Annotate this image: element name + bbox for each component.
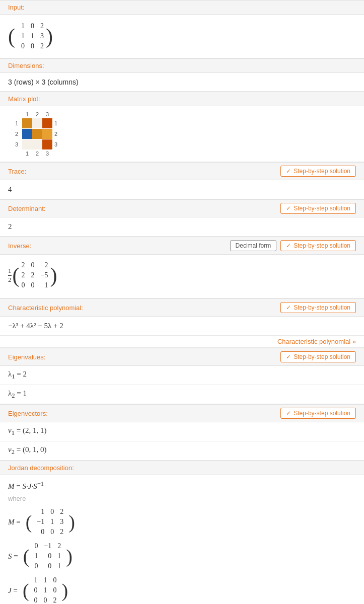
check-icon-det: ✓ — [286, 205, 291, 212]
trace-value: 4 — [8, 185, 12, 193]
trace-header: Trace: ✓ Step-by-step solution — [0, 162, 364, 180]
determinant-value: 2 — [8, 222, 12, 231]
char-poly-content: −λ³ + 4λ² − 5λ + 2 — [0, 317, 364, 336]
eigenvalues-step-btn[interactable]: ✓ Step-by-step solution — [280, 351, 356, 362]
inverse-matrix: ( 2 0 −2 2 2 −5 0 0 1 ) — [13, 261, 57, 290]
char-poly-header: Characteristic polynomial: ✓ Step-by-ste… — [0, 298, 364, 317]
eigenvalue-2: λ2 = 1 — [0, 385, 364, 404]
jordan-formula: M = S·J·S−1 — [8, 480, 356, 491]
trace-step-btn[interactable]: ✓ Step-by-step solution — [280, 166, 356, 177]
right-bracket: ) — [46, 26, 53, 47]
inverse-header: Inverse: Decimal form ✓ Step-by-step sol… — [0, 237, 364, 255]
check-icon-inv: ✓ — [286, 242, 291, 249]
determinant-step-btn[interactable]: ✓ Step-by-step solution — [280, 203, 356, 214]
plot-col-labels: 1 2 3 — [22, 111, 356, 117]
char-poly-step-btn[interactable]: ✓ Step-by-step solution — [280, 302, 356, 313]
plot-bottom-labels: 1 2 3 — [22, 150, 356, 157]
inverse-content: 1 2 ( 2 0 −2 2 2 −5 0 0 1 ) — [0, 255, 364, 298]
jordan-M: M = ( 1 0 2 −1 1 3 0 0 2 ) — [8, 507, 356, 537]
check-icon-ev: ✓ — [286, 353, 291, 360]
char-poly-link-area: Characteristic polynomial » — [0, 336, 364, 348]
eigenvectors-header: Eigenvectors: ✓ Step-by-step solution — [0, 404, 364, 422]
inverse-matrix-grid: 2 0 −2 2 2 −5 0 0 1 — [21, 261, 49, 290]
inverse-buttons: Decimal form ✓ Step-by-step solution — [230, 240, 356, 251]
eigenvalues-label: Eigenvalues: — [8, 353, 45, 361]
char-poly-value: −λ³ + 4λ² − 5λ + 2 — [8, 322, 63, 330]
decimal-form-btn[interactable]: Decimal form — [230, 240, 277, 251]
jordan-header: Jordan decomposition: — [0, 461, 364, 475]
jordan-label: Jordan decomposition: — [8, 464, 74, 472]
dimensions-header: Dimensions: — [0, 58, 364, 73]
inverse-step-btn[interactable]: ✓ Step-by-step solution — [280, 240, 356, 251]
eigenvalue-1: λ1 = 2 — [0, 366, 364, 385]
eigenvector-2: v2 = (0, 1, 0) — [0, 441, 364, 461]
check-icon: ✓ — [286, 168, 291, 175]
eigenvectors-label: Eigenvectors: — [8, 410, 48, 417]
determinant-content: 2 — [0, 217, 364, 237]
dimensions-label: Dimensions: — [8, 62, 44, 69]
plot-row-3: 3 3 — [8, 139, 356, 149]
trace-content: 4 — [0, 180, 364, 199]
fraction-half: 1 2 — [8, 267, 12, 284]
eigenvector-1: v1 = (2, 1, 1) — [0, 422, 364, 441]
check-icon-cp: ✓ — [286, 304, 291, 311]
determinant-label: Determinant: — [8, 205, 45, 212]
input-section: ( 1 0 2 −1 1 3 0 0 2 ) — [0, 15, 364, 58]
jordan-where: where — [8, 495, 356, 502]
jordan-J: J = ( 1 1 0 0 1 0 0 0 2 ) — [8, 576, 356, 604]
char-poly-label: Characteristic polynomial: — [8, 304, 83, 312]
dimensions-value: 3 (rows) × 3 (columns) — [8, 78, 79, 86]
inverse-label: Inverse: — [8, 242, 31, 250]
plot-row-1: 1 1 — [8, 118, 356, 128]
matrix-plot-label: Matrix plot: — [8, 95, 40, 103]
matrix-plot-header: Matrix plot: — [0, 92, 364, 106]
determinant-header: Determinant: ✓ Step-by-step solution — [0, 199, 364, 217]
dimensions-content: 3 (rows) × 3 (columns) — [0, 73, 364, 92]
input-label: Input: — [8, 4, 25, 11]
eigenvectors-step-btn[interactable]: ✓ Step-by-step solution — [280, 408, 356, 419]
inv-left-bracket: ( — [13, 265, 20, 286]
char-poly-link[interactable]: Characteristic polynomial » — [277, 338, 356, 345]
left-bracket: ( — [8, 26, 15, 47]
check-icon-egv: ✓ — [286, 410, 291, 417]
jordan-S: S = ( 0 −1 2 1 0 1 0 0 1 ) — [8, 542, 356, 571]
plot-row-2: 2 2 — [8, 129, 356, 139]
eigenvalues-header: Eigenvalues: ✓ Step-by-step solution — [0, 348, 364, 366]
matrix-plot-area: 1 2 3 1 1 2 2 3 3 1 2 3 — [0, 106, 364, 162]
input-matrix: ( 1 0 2 −1 1 3 0 0 2 ) — [8, 22, 53, 51]
trace-label: Trace: — [8, 168, 26, 175]
jordan-content: M = S·J·S−1 where M = ( 1 0 2 −1 1 3 0 0… — [0, 475, 364, 604]
input-header: Input: — [0, 0, 364, 15]
inv-right-bracket: ) — [50, 265, 57, 286]
input-matrix-grid: 1 0 2 −1 1 3 0 0 2 — [16, 22, 45, 51]
